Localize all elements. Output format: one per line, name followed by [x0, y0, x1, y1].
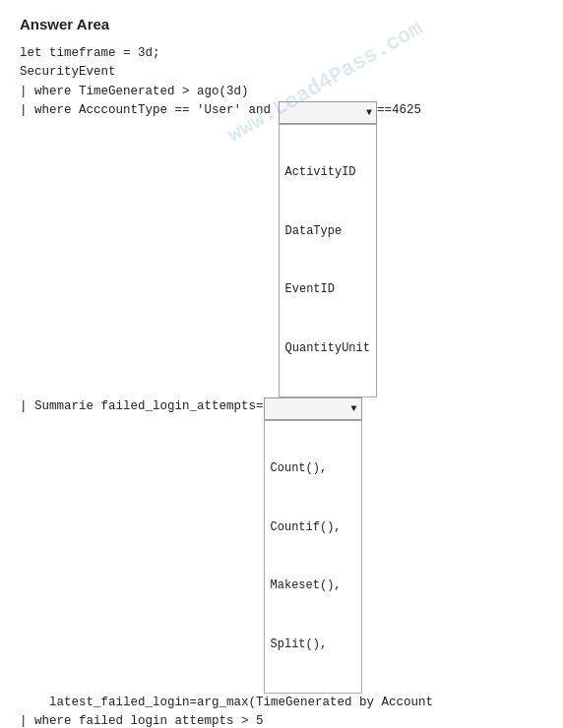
dropdown2-value-1 [269, 399, 326, 418]
code-line-1-4: | where AcccountType == 'User' and ▼ Act… [20, 101, 543, 397]
code-line-1-2: SecurityEvent [20, 63, 543, 82]
code-area-1: www.Lead4Pass.com let timeframe = 3d; Se… [20, 44, 543, 728]
dropdown1-item-quantityunit-1[interactable]: QuantityUnit [280, 337, 376, 360]
dropdown2-container-1: ▼ Count(), Countif(), Makeset(), Split()… [264, 397, 362, 694]
dropdown2-item-count-1[interactable]: Count(), [265, 457, 361, 480]
answer-area-section-1: Answer Area www.Lead4Pass.com let timefr… [0, 0, 563, 728]
dropdown2-arrow-1: ▼ [351, 401, 357, 417]
dropdown2-item-countif-1[interactable]: Countif(), [265, 516, 361, 539]
code-line-1-6: | where failed login attempts > 5 [20, 712, 543, 728]
line4-prefix-1: | where AcccountType == 'User' and [20, 101, 279, 120]
dropdown2-item-makeset-1[interactable]: Makeset(), [265, 575, 361, 597]
code-line-1-5: latest_failed_login=arg_max(TimeGenerate… [20, 694, 543, 712]
section1-title: Answer Area [20, 16, 543, 32]
dropdown2-trigger-1[interactable]: ▼ [264, 397, 362, 420]
code-line-1-1: let timeframe = 3d; [20, 44, 543, 63]
dropdown1-list-1: ActivityID DataType EventID QuantityUnit [279, 124, 377, 397]
dropdown2-list-1: Count(), Countif(), Makeset(), Split(), [264, 420, 362, 694]
dropdown1-trigger-1[interactable]: ▼ [279, 101, 377, 124]
dropdown1-item-activityid-1[interactable]: ActivityID [280, 161, 376, 184]
dropdown1-item-eventid-1[interactable]: EventID [280, 278, 376, 301]
summarie-prefix-1: | Summarie failed_login_attempts= [20, 397, 264, 416]
dropdown1-container-1: ▼ ActivityID DataType EventID QuantityUn… [279, 101, 377, 397]
dropdown2-item-split-1[interactable]: Split(), [265, 634, 361, 656]
summarie-line-1: | Summarie failed_login_attempts= ▼ Coun… [20, 397, 543, 694]
dropdown1-item-datatype-1[interactable]: DataType [280, 220, 376, 243]
code-line-1-3: | where TimeGenerated > ago(3d) [20, 83, 543, 101]
dropdown1-arrow-1: ▼ [366, 105, 372, 121]
dropdown1-value-1 [283, 103, 341, 122]
line4-suffix-1: ==4625 [377, 101, 421, 120]
